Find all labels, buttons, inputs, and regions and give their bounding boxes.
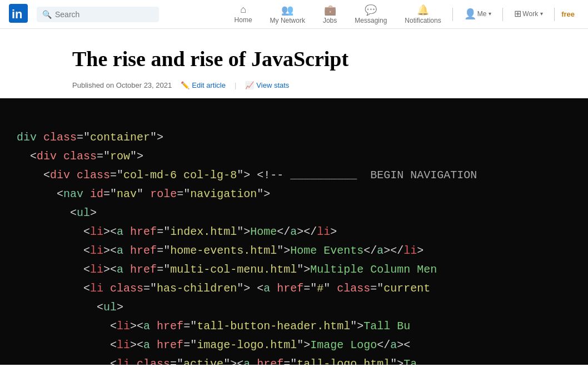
nav-label-me: Me (477, 11, 487, 17)
search-icon: 🔍 (42, 10, 52, 19)
navbar-center: ⌂ Home 👥 My Network 💼 Jobs 💬 Messaging 🔔… (226, 0, 579, 29)
article-header: The rise and rise of JavaScript Publishe… (0, 29, 588, 98)
network-icon: 👥 (281, 4, 293, 16)
stats-icon: 📈 (245, 81, 254, 89)
view-stats-link[interactable]: 📈 View stats (245, 81, 289, 89)
article-title: The rise and rise of JavaScript (72, 47, 532, 72)
nav-divider-1 (452, 8, 453, 21)
search-input[interactable] (55, 10, 153, 19)
published-date: Published on October 23, 2021 (72, 81, 172, 89)
jobs-icon: 💼 (324, 4, 336, 16)
nav-label-notifications: Notifications (405, 17, 441, 24)
view-stats-label: View stats (256, 81, 289, 89)
home-icon: ⌂ (240, 4, 246, 16)
me-chevron-icon: ▾ (489, 11, 491, 17)
linkedin-logo[interactable]: in (9, 4, 28, 25)
svg-text:in: in (12, 7, 23, 21)
me-avatar: 👤 (464, 8, 476, 20)
notifications-icon: 🔔 (417, 4, 429, 16)
nav-label-messaging: Messaging (355, 17, 387, 24)
nav-item-home[interactable]: ⌂ Home (226, 0, 261, 29)
nav-item-work[interactable]: ⊞ Work ▾ (505, 0, 552, 29)
nav-label-work: Work (522, 11, 538, 17)
nav-item-my-network[interactable]: 👥 My Network (261, 0, 314, 29)
search-bar[interactable]: 🔍 (37, 7, 159, 22)
nav-item-jobs[interactable]: 💼 Jobs (314, 0, 346, 29)
code-content: div class="container"> <div class="row">… (17, 109, 571, 365)
article-meta: Published on October 23, 2021 ✏️ Edit ar… (72, 81, 532, 89)
navbar-left: in 🔍 (9, 4, 159, 25)
nav-divider-3 (554, 8, 555, 21)
pencil-icon: ✏️ (181, 81, 190, 89)
edit-article-label: Edit article (192, 81, 226, 89)
upgrade-free-link[interactable]: free (557, 10, 579, 18)
navbar: in 🔍 ⌂ Home 👥 My Network 💼 Jobs 💬 Messag… (0, 0, 588, 29)
nav-label-jobs: Jobs (323, 17, 337, 24)
messaging-icon: 💬 (365, 4, 377, 16)
meta-separator: | (235, 81, 236, 89)
work-icon: ⊞ (514, 8, 521, 19)
code-image-block: div class="container"> <div class="row">… (0, 98, 588, 365)
nav-item-notifications[interactable]: 🔔 Notifications (396, 0, 450, 29)
nav-item-messaging[interactable]: 💬 Messaging (346, 0, 396, 29)
nav-divider-2 (502, 8, 503, 21)
nav-label-home: Home (235, 17, 252, 23)
nav-item-me[interactable]: 👤 Me ▾ (455, 0, 501, 29)
edit-article-link[interactable]: ✏️ Edit article (181, 81, 226, 89)
nav-label-network: My Network (270, 17, 305, 24)
work-chevron-icon: ▾ (540, 11, 543, 17)
